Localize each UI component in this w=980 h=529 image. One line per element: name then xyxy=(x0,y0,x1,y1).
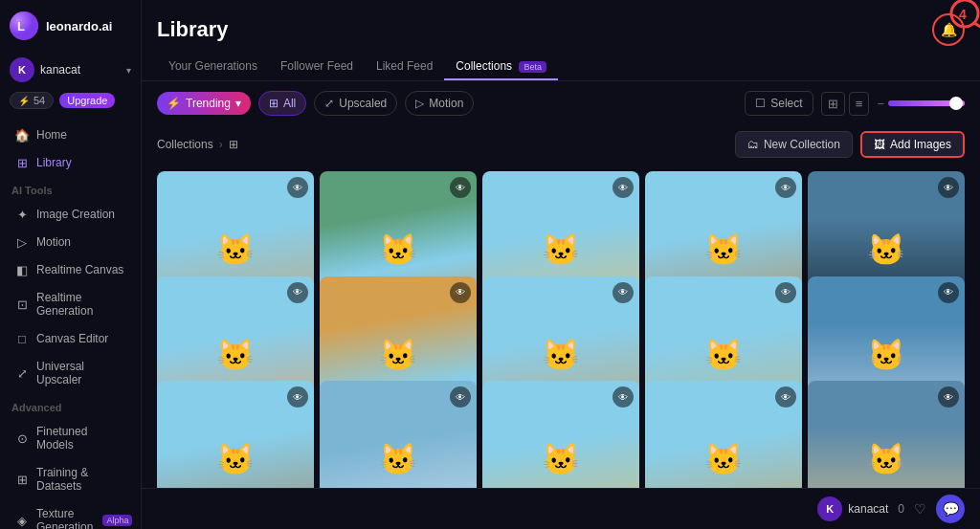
sidebar-item-label: Training & Datasets xyxy=(36,466,125,493)
sidebar-item-label: Library xyxy=(36,156,72,169)
breadcrumb-separator: › xyxy=(219,138,223,151)
sidebar-item-canvas-editor[interactable]: □ Canvas Editor xyxy=(4,325,137,352)
bell-icon: 🔔 xyxy=(941,22,957,37)
bottom-avatar: K xyxy=(817,496,842,521)
sidebar-item-universal-upscaler[interactable]: ⤢ Universal Upscaler xyxy=(4,353,137,393)
credits-section: ⚡ 54 Upgrade xyxy=(0,88,141,117)
alpha-badge: Alpha xyxy=(102,515,132,526)
view-toggle: ⊞ ≡ xyxy=(821,92,870,116)
sidebar: L leonardo.ai K kanacat ▾ ⚡ 54 Upgrade 🏠… xyxy=(0,0,142,529)
view-icon: 👁 xyxy=(287,177,308,198)
folder-icon: 🗂 xyxy=(747,138,759,151)
chat-button[interactable]: 💬 xyxy=(936,495,965,523)
username: kanacat xyxy=(40,63,121,77)
sidebar-item-motion[interactable]: ▷ Motion xyxy=(4,229,137,255)
motion-icon: ▷ xyxy=(15,235,29,249)
image-grid: 🐱 👁 🐱 👁 🐱 👁 🐱 👁 🐱 👁 🐱 👁 🐱 👁 xyxy=(142,164,980,488)
notification-button[interactable]: 🔔 xyxy=(932,13,965,46)
upscaled-filter-button[interactable]: ⤢ Upscaled xyxy=(314,91,397,116)
sidebar-item-texture-generation[interactable]: ◈ Texture Generation Alpha xyxy=(4,500,137,529)
grid-item[interactable]: 🐱 👁 xyxy=(157,381,314,488)
realtime-gen-icon: ⊡ xyxy=(15,298,29,311)
sidebar-item-label: Home xyxy=(36,128,67,142)
sidebar-item-home[interactable]: 🏠 Home xyxy=(4,121,137,148)
view-icon: 👁 xyxy=(938,282,959,303)
sidebar-item-label: Realtime Canvas xyxy=(36,263,123,276)
sidebar-item-image-creation[interactable]: ✦ Image Creation xyxy=(4,201,137,228)
sidebar-item-finetuned-models[interactable]: ⊙ Finetuned Models xyxy=(4,418,137,458)
add-images-button[interactable]: 🖼 Add Images xyxy=(860,131,965,158)
svg-line-4 xyxy=(974,23,980,44)
collection-icon: ⊞ xyxy=(229,138,238,151)
grid-item[interactable]: 🐱 👁 xyxy=(808,381,965,488)
select-button[interactable]: ☐ Select xyxy=(745,91,813,116)
page-header: Library 🔔 4 xyxy=(142,0,980,46)
advanced-section-title: Advanced xyxy=(0,394,141,417)
sidebar-item-realtime-generation[interactable]: ⊡ Realtime Generation xyxy=(4,284,137,324)
add-image-icon: 🖼 xyxy=(874,138,885,151)
beta-badge: Beta xyxy=(519,61,546,73)
tab-follower-feed[interactable]: Follower Feed xyxy=(269,54,365,80)
sidebar-item-library[interactable]: ⊞ Library xyxy=(4,149,137,176)
new-collection-button[interactable]: 🗂 New Collection xyxy=(735,131,853,158)
texture-icon: ◈ xyxy=(15,514,29,527)
training-icon: ⊞ xyxy=(15,473,29,486)
zoom-slider[interactable] xyxy=(888,100,965,106)
credits-badge: ⚡ 54 xyxy=(10,92,54,109)
sidebar-item-label: Image Creation xyxy=(36,208,115,221)
grid-icon: ⊞ xyxy=(269,97,278,110)
image-creation-icon: ✦ xyxy=(15,208,29,221)
chevron-down-icon: ▾ xyxy=(235,97,241,110)
chat-icon: 💬 xyxy=(943,501,959,517)
breadcrumb: Collections › ⊞ 🗂 New Collection 🖼 Add I… xyxy=(142,125,980,164)
canvas-editor-icon: □ xyxy=(15,332,29,345)
finetuned-icon: ⊙ xyxy=(15,431,29,445)
main-content: Library 🔔 4 Your Generations Follower Fe… xyxy=(142,0,980,529)
toolbar: ⚡ Trending ▾ ⊞ All ⤢ Upscaled ▷ Motion ☐… xyxy=(142,81,980,125)
grid-item[interactable]: 🐱 👁 xyxy=(482,381,639,488)
view-icon: 👁 xyxy=(938,177,959,198)
all-filter-button[interactable]: ⊞ All xyxy=(258,91,306,116)
sidebar-item-training-datasets[interactable]: ⊞ Training & Datasets xyxy=(4,459,137,499)
grid-view-button[interactable]: ⊞ xyxy=(821,92,845,116)
collection-actions: 🗂 New Collection 🖼 Add Images xyxy=(735,131,965,158)
view-icon: 👁 xyxy=(612,282,634,303)
home-icon: 🏠 xyxy=(15,128,29,142)
tab-liked-feed[interactable]: Liked Feed xyxy=(365,54,444,80)
checkbox-icon: ☐ xyxy=(755,97,766,110)
sidebar-item-label: Canvas Editor xyxy=(36,332,108,345)
sidebar-item-realtime-canvas[interactable]: ◧ Realtime Canvas xyxy=(4,256,137,283)
view-icon: 👁 xyxy=(775,177,796,198)
tab-your-generations[interactable]: Your Generations xyxy=(157,54,269,80)
minus-icon: − xyxy=(877,97,884,111)
heart-icon: ♡ xyxy=(914,501,926,517)
bottom-count: 0 xyxy=(898,502,904,516)
trending-icon: ⚡ xyxy=(167,97,181,110)
view-icon: 👁 xyxy=(450,282,471,303)
grid-item[interactable]: 🐱 👁 xyxy=(645,381,802,488)
sidebar-item-label: Universal Upscaler xyxy=(36,360,125,386)
header-actions: 🔔 4 xyxy=(932,13,965,46)
collections-breadcrumb-link[interactable]: Collections xyxy=(157,138,213,151)
grid-item[interactable]: 🐱 👁 xyxy=(320,381,477,488)
breadcrumb-left: Collections › ⊞ xyxy=(157,138,238,151)
trending-filter-button[interactable]: ⚡ Trending ▾ xyxy=(157,92,251,115)
tab-collections[interactable]: Collections Beta xyxy=(444,54,558,80)
lightning-icon: ⚡ xyxy=(18,96,30,106)
sidebar-item-label: Realtime Generation xyxy=(36,291,125,318)
bottom-bar: K kanacat 0 ♡ 💬 xyxy=(142,488,980,529)
motion-filter-button[interactable]: ▷ Motion xyxy=(405,91,474,116)
upscaled-icon: ⤢ xyxy=(324,97,334,110)
logo: L leonardo.ai xyxy=(0,0,141,52)
upscaler-icon: ⤢ xyxy=(15,366,29,380)
list-view-button[interactable]: ≡ xyxy=(849,92,870,116)
upgrade-button[interactable]: Upgrade xyxy=(59,93,115,108)
sidebar-item-label: Texture Generation xyxy=(36,507,93,529)
user-section[interactable]: K kanacat ▾ xyxy=(0,52,141,88)
library-icon: ⊞ xyxy=(15,156,29,169)
realtime-canvas-icon: ◧ xyxy=(15,263,29,276)
sidebar-item-label: Motion xyxy=(36,235,71,249)
logo-text: leonardo.ai xyxy=(46,19,112,33)
bottom-user: K kanacat xyxy=(817,496,888,521)
svg-text:L: L xyxy=(17,19,25,33)
